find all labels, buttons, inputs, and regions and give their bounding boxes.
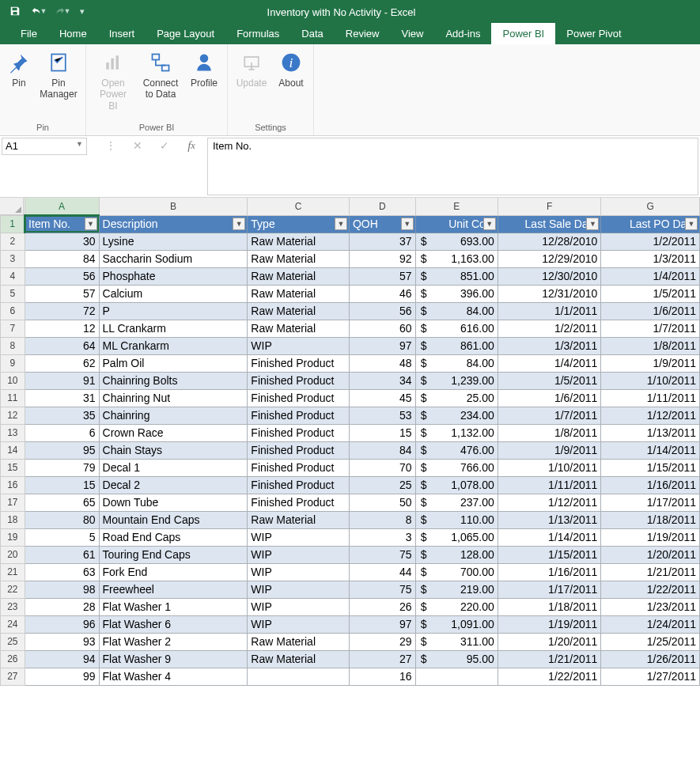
cell[interactable]: 28 (25, 598, 99, 615)
col-header-e[interactable]: E (415, 198, 498, 215)
cell[interactable]: LL Crankarm (99, 320, 248, 337)
cell[interactable]: Finished Product (248, 354, 350, 372)
tab-file[interactable]: File (9, 23, 48, 44)
cell[interactable]: WIP (248, 563, 350, 581)
cell[interactable]: 1/10/2011 (498, 459, 601, 476)
cell[interactable]: 1/5/2011 (601, 285, 700, 302)
cell[interactable]: 45 (349, 389, 415, 407)
table-header-description[interactable]: Description▼ (99, 215, 248, 233)
cell[interactable]: 1/6/2011 (601, 302, 700, 320)
cell[interactable]: 61 (25, 546, 99, 563)
row-header[interactable]: 14 (1, 441, 25, 459)
cell[interactable]: $220.00 (415, 598, 498, 615)
row-header[interactable]: 17 (1, 494, 25, 511)
cell[interactable]: 57 (25, 285, 99, 302)
pin-button[interactable]: Pin (3, 47, 35, 90)
cell[interactable]: 12/31/2010 (498, 285, 601, 302)
cell[interactable]: 1/3/2011 (601, 250, 700, 267)
cell[interactable]: $1,091.00 (415, 615, 498, 633)
cell[interactable]: 65 (25, 494, 99, 511)
cell[interactable]: 1/18/2011 (601, 511, 700, 528)
cell[interactable]: Road End Caps (99, 528, 248, 546)
cell[interactable]: $1,132.00 (415, 424, 498, 441)
filter-dropdown-icon[interactable]: ▼ (85, 218, 97, 230)
open-power-bi-button[interactable]: Open Power BI (89, 47, 137, 113)
tab-addins[interactable]: Add-ins (434, 23, 491, 44)
tab-power-bi[interactable]: Power BI (491, 23, 555, 44)
cell[interactable]: Raw Material (248, 285, 350, 302)
cell[interactable]: Raw Material (248, 511, 350, 528)
cell[interactable]: 12/30/2010 (498, 267, 601, 285)
cell[interactable]: 16 (349, 668, 415, 685)
cell[interactable]: $476.00 (415, 441, 498, 459)
filter-dropdown-icon[interactable]: ▼ (483, 218, 496, 230)
cell[interactable]: Chainring (99, 407, 248, 424)
row-header[interactable]: 16 (1, 476, 25, 494)
cell[interactable]: Lysine (99, 233, 248, 250)
filter-dropdown-icon[interactable]: ▼ (586, 218, 599, 230)
cell[interactable]: 1/4/2011 (498, 354, 601, 372)
filter-dropdown-icon[interactable]: ▼ (233, 218, 245, 230)
formula-opts-icon[interactable]: ⋮ (101, 138, 120, 153)
cell[interactable]: 1/17/2011 (498, 581, 601, 598)
cell[interactable]: 64 (25, 337, 99, 354)
cell[interactable]: 1/13/2011 (601, 424, 700, 441)
cell[interactable]: 37 (349, 233, 415, 250)
formula-input[interactable]: Item No. (207, 138, 698, 195)
cell[interactable]: 94 (25, 650, 99, 668)
cell[interactable]: 1/11/2011 (498, 476, 601, 494)
cell[interactable]: Finished Product (248, 389, 350, 407)
undo-button[interactable]: ▼ (28, 2, 49, 21)
cell[interactable]: Phosphate (99, 267, 248, 285)
cell[interactable]: 56 (25, 267, 99, 285)
cell[interactable]: 1/25/2011 (601, 633, 700, 650)
row-header[interactable]: 7 (1, 320, 25, 337)
cell[interactable]: 75 (349, 546, 415, 563)
cell[interactable]: 1/24/2011 (601, 615, 700, 633)
cell[interactable]: 97 (349, 615, 415, 633)
cell[interactable]: Palm Oil (99, 354, 248, 372)
cell[interactable]: 72 (25, 302, 99, 320)
cell[interactable]: Touring End Caps (99, 546, 248, 563)
cell[interactable]: 1/3/2011 (498, 337, 601, 354)
cell[interactable]: 1/21/2011 (601, 563, 700, 581)
cell[interactable]: $700.00 (415, 563, 498, 581)
cell[interactable]: 1/14/2011 (601, 441, 700, 459)
cell[interactable]: Raw Material (248, 267, 350, 285)
row-header[interactable]: 6 (1, 302, 25, 320)
name-box[interactable]: A1 ▼ (2, 138, 87, 155)
cell[interactable]: 98 (25, 581, 99, 598)
cell[interactable]: 1/5/2011 (498, 372, 601, 389)
cell[interactable]: 1/7/2011 (498, 407, 601, 424)
cell[interactable]: Finished Product (248, 407, 350, 424)
tab-review[interactable]: Review (335, 23, 391, 44)
row-header[interactable]: 12 (1, 407, 25, 424)
cell[interactable]: Raw Material (248, 302, 350, 320)
cell[interactable]: 93 (25, 633, 99, 650)
cell[interactable]: $110.00 (415, 511, 498, 528)
cell[interactable]: 12 (25, 320, 99, 337)
table-header-qoh[interactable]: QOH▼ (349, 215, 415, 233)
cell[interactable]: 1/26/2011 (601, 650, 700, 668)
cell[interactable]: Fork End (99, 563, 248, 581)
cell[interactable]: 1/16/2011 (498, 563, 601, 581)
insert-function-button[interactable]: fx (182, 138, 201, 153)
cell[interactable]: 84 (25, 250, 99, 267)
cell[interactable]: $84.00 (415, 354, 498, 372)
cell[interactable]: 70 (349, 459, 415, 476)
cell[interactable]: $95.00 (415, 650, 498, 668)
cell[interactable]: 46 (349, 285, 415, 302)
row-header[interactable]: 9 (1, 354, 25, 372)
cell[interactable]: 1/21/2011 (498, 650, 601, 668)
cell[interactable]: 1/11/2011 (601, 389, 700, 407)
row-header[interactable]: 8 (1, 337, 25, 354)
cell[interactable]: 1/15/2011 (498, 546, 601, 563)
row-header[interactable]: 27 (1, 668, 25, 685)
row-header[interactable]: 24 (1, 615, 25, 633)
cell[interactable]: 92 (349, 250, 415, 267)
table-header-last-sale-date[interactable]: Last Sale Date▼ (498, 215, 601, 233)
cell[interactable]: 1/12/2011 (601, 407, 700, 424)
cell[interactable]: P (99, 302, 248, 320)
cell[interactable]: ML Crankarm (99, 337, 248, 354)
cell[interactable]: 15 (25, 476, 99, 494)
